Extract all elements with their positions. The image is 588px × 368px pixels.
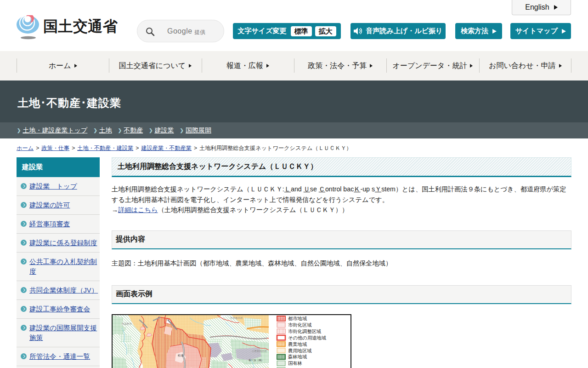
svg-text:森林地域: 森林地域 [288, 354, 307, 359]
svg-text:国有林: 国有林 [288, 361, 302, 366]
svg-text:養ケ浜（職）: 養ケ浜（職） [249, 359, 264, 362]
svg-text:市街化調整区域: 市街化調整区域 [288, 328, 321, 334]
svg-text:その他の用途地域: その他の用途地域 [288, 335, 326, 340]
svg-text:平郡春木村: 平郡春木村 [230, 316, 243, 320]
svg-text:都市地域: 都市地域 [288, 316, 307, 321]
svg-text:農用地区域: 農用地区域 [288, 348, 311, 353]
svg-text:松本: 松本 [178, 354, 184, 357]
svg-text:安曇野市: 安曇野市 [122, 322, 132, 325]
svg-text:小県郡地区村: 小県郡地区村 [251, 350, 267, 353]
svg-text:農業地域: 農業地域 [288, 341, 307, 346]
svg-text:市街化区域: 市街化区域 [288, 322, 311, 327]
